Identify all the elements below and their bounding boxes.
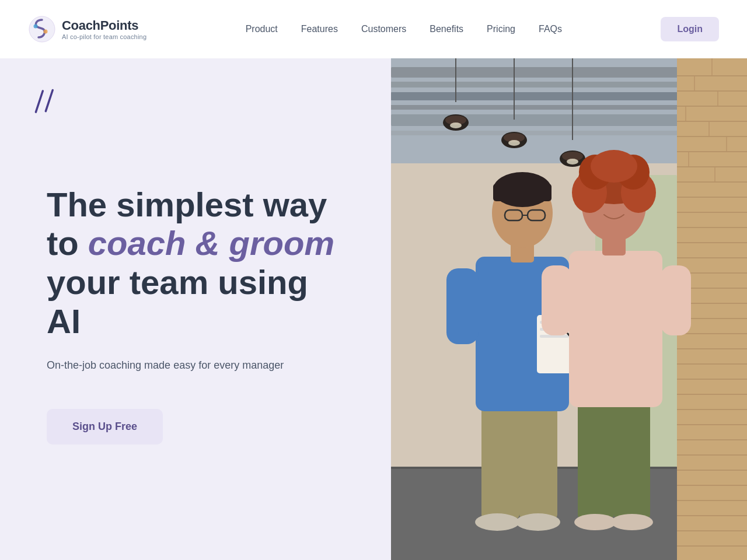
svg-rect-18: [514, 58, 515, 120]
logo-text-block: CoachPoints AI co-pilot for team coachin…: [62, 18, 146, 40]
login-button[interactable]: Login: [661, 17, 719, 41]
svg-point-2: [44, 30, 48, 34]
svg-point-92: [574, 514, 616, 530]
svg-rect-72: [519, 402, 557, 519]
hero-section: The simplest way to coach & groom your t…: [0, 58, 747, 560]
svg-point-104: [591, 150, 637, 183]
svg-point-1: [34, 24, 38, 29]
svg-rect-14: [455, 58, 456, 102]
brand-tagline: AI co-pilot for team coaching: [62, 33, 146, 40]
office-illustration: [391, 58, 747, 560]
svg-point-21: [508, 140, 520, 146]
heading-highlight: coach & groom: [88, 224, 334, 262]
heading-line2-prefix: to: [47, 224, 88, 262]
nav-link-features[interactable]: Features: [301, 24, 338, 34]
nav-item-faqs[interactable]: FAQs: [539, 24, 562, 34]
svg-point-74: [516, 513, 560, 531]
nav-link-faqs[interactable]: FAQs: [539, 24, 562, 34]
svg-rect-94: [569, 251, 662, 407]
hero-left-panel: The simplest way to coach & groom your t…: [0, 58, 391, 560]
nav-item-customers[interactable]: Customers: [361, 24, 406, 34]
hero-right-panel: [391, 58, 747, 560]
nav-link-customers[interactable]: Customers: [361, 24, 406, 34]
svg-point-93: [611, 514, 653, 530]
decorative-accent: [31, 86, 68, 118]
nav-item-pricing[interactable]: Pricing: [487, 24, 515, 34]
svg-rect-96: [661, 265, 691, 335]
logo-icon: [28, 15, 56, 43]
svg-rect-22: [572, 58, 573, 140]
nav-item-features[interactable]: Features: [301, 24, 338, 34]
svg-rect-71: [481, 402, 519, 519]
svg-rect-76: [446, 268, 479, 344]
svg-rect-95: [542, 265, 572, 335]
hero-subtext: On-the-job coaching made easy for every …: [47, 357, 292, 374]
hero-heading: The simplest way to coach & groom your t…: [47, 186, 344, 341]
navbar: CoachPoints AI co-pilot for team coachin…: [0, 0, 747, 58]
nav-item-product[interactable]: Product: [246, 24, 278, 34]
nav-links: Product Features Customers Benefits Pric…: [246, 24, 562, 34]
brand-name: CoachPoints: [62, 18, 146, 33]
svg-point-17: [450, 123, 462, 128]
nav-link-product[interactable]: Product: [246, 24, 278, 34]
signup-button[interactable]: Sign Up Free: [47, 409, 163, 444]
heading-line2: to coach & groom: [47, 224, 344, 263]
svg-rect-91: [614, 397, 650, 519]
nav-item-benefits[interactable]: Benefits: [430, 24, 463, 34]
svg-rect-90: [578, 397, 614, 519]
nav-link-benefits[interactable]: Benefits: [430, 24, 463, 34]
svg-line-3: [34, 91, 44, 112]
heading-line1: The simplest way: [47, 186, 344, 225]
svg-point-25: [567, 159, 578, 164]
heading-line3: your team using AI: [47, 263, 344, 341]
svg-line-4: [44, 90, 54, 111]
svg-rect-81: [493, 184, 551, 201]
svg-point-73: [475, 513, 519, 531]
nav-link-pricing[interactable]: Pricing: [487, 24, 515, 34]
logo: CoachPoints AI co-pilot for team coachin…: [28, 15, 146, 43]
